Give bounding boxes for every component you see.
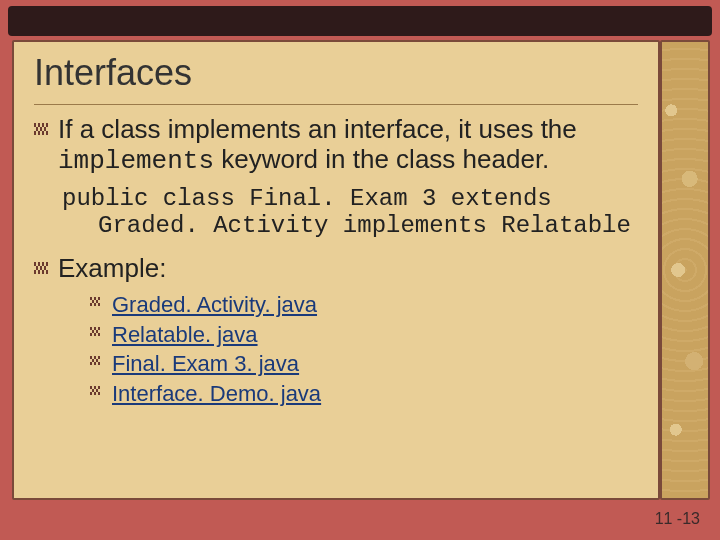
top-border-strip bbox=[8, 6, 712, 36]
link-relatable[interactable]: Relatable. java bbox=[110, 320, 638, 350]
text-segment: If a class implements an interface, it u… bbox=[58, 114, 577, 144]
code-line: public class Final. Exam 3 extends bbox=[62, 185, 638, 213]
link-graded-activity[interactable]: Graded. Activity. java bbox=[110, 290, 638, 320]
link-final-exam3[interactable]: Final. Exam 3. java bbox=[110, 349, 638, 379]
example-label: Example: bbox=[58, 253, 166, 283]
keyword-implements: implements bbox=[58, 146, 214, 176]
bullet-item-implements: If a class implements an interface, it u… bbox=[58, 115, 638, 177]
slide: Interfaces If a class implements an inte… bbox=[0, 0, 720, 540]
bullet-list: If a class implements an interface, it u… bbox=[34, 115, 638, 177]
bullet-list: Example: Graded. Activity. java Relatabl… bbox=[34, 254, 638, 409]
page-number: 11 -13 bbox=[655, 510, 700, 528]
link-list: Graded. Activity. java Relatable. java F… bbox=[58, 290, 638, 409]
text-segment: keyword in the class header. bbox=[214, 144, 549, 174]
decorative-right-strip bbox=[660, 40, 710, 500]
title-underline bbox=[34, 104, 638, 105]
slide-title: Interfaces bbox=[34, 52, 638, 94]
link-interface-demo[interactable]: Interface. Demo. java bbox=[110, 379, 638, 409]
content-panel: Interfaces If a class implements an inte… bbox=[12, 40, 660, 500]
code-line: Graded. Activity implements Relatable bbox=[62, 212, 638, 240]
code-block: public class Final. Exam 3 extends Grade… bbox=[62, 185, 638, 240]
bullet-item-example: Example: Graded. Activity. java Relatabl… bbox=[58, 254, 638, 409]
